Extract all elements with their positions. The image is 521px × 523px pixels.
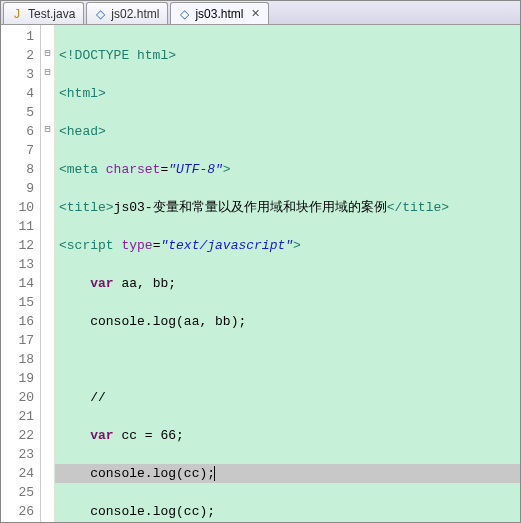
line-number: 24	[1, 464, 34, 483]
code-line: console.log(aa, bb);	[59, 312, 520, 331]
fold-toggle-icon[interactable]: ⊟	[41, 44, 54, 63]
line-number: 4	[1, 84, 34, 103]
fold-margin: ⊟ ⊟ ⊟	[41, 25, 55, 522]
code-line: var cc = 66;	[59, 426, 520, 445]
tab-test-java[interactable]: J Test.java	[3, 2, 84, 24]
code-editor[interactable]: 1 2 3 4 5 6 7 8 9 10 11 12 13 14 15 16 1…	[1, 25, 520, 522]
fold-toggle-icon[interactable]: ⊟	[41, 120, 54, 139]
line-number: 9	[1, 179, 34, 198]
line-number: 1	[1, 27, 34, 46]
code-line: <html>	[59, 84, 520, 103]
line-number: 6	[1, 122, 34, 141]
line-number: 20	[1, 388, 34, 407]
line-number: 16	[1, 312, 34, 331]
code-line: <!DOCTYPE html>	[59, 46, 520, 65]
java-file-icon: J	[10, 7, 24, 21]
line-number: 10	[1, 198, 34, 217]
line-number-gutter: 1 2 3 4 5 6 7 8 9 10 11 12 13 14 15 16 1…	[1, 25, 41, 522]
tab-bar: J Test.java ◇ js02.html ◇ js03.html ✕	[1, 1, 520, 25]
line-number: 5	[1, 103, 34, 122]
line-number: 22	[1, 426, 34, 445]
line-number: 19	[1, 369, 34, 388]
line-number: 18	[1, 350, 34, 369]
code-line: <meta charset="UTF-8">	[59, 160, 520, 179]
line-number: 13	[1, 255, 34, 274]
text-caret	[214, 466, 215, 481]
line-number: 2	[1, 46, 34, 65]
code-line: <title>js03-变量和常量以及作用域和块作用域的案例</title>	[59, 198, 520, 217]
code-line: console.log(cc);	[59, 502, 520, 521]
line-number: 11	[1, 217, 34, 236]
html-file-icon: ◇	[93, 7, 107, 21]
html-file-icon: ◇	[177, 7, 191, 21]
tab-label: Test.java	[28, 7, 75, 21]
line-number: 3	[1, 65, 34, 84]
code-line: //	[59, 388, 520, 407]
line-number: 12	[1, 236, 34, 255]
code-area[interactable]: <!DOCTYPE html> <html> <head> <meta char…	[55, 25, 520, 522]
close-icon[interactable]: ✕	[251, 7, 260, 20]
code-line: <script type="text/javascript">	[59, 236, 520, 255]
line-number: 7	[1, 141, 34, 160]
code-line: var aa, bb;	[59, 274, 520, 293]
line-number: 17	[1, 331, 34, 350]
line-number: 8	[1, 160, 34, 179]
code-line: <head>	[59, 122, 520, 141]
line-number: 23	[1, 445, 34, 464]
code-line	[59, 350, 520, 369]
line-number: 26	[1, 502, 34, 521]
code-line-current: console.log(cc);	[55, 464, 520, 483]
line-number: 25	[1, 483, 34, 502]
line-number: 15	[1, 293, 34, 312]
tab-js02-html[interactable]: ◇ js02.html	[86, 2, 168, 24]
line-number: 14	[1, 274, 34, 293]
line-number: 21	[1, 407, 34, 426]
tab-label: js02.html	[111, 7, 159, 21]
tab-js03-html[interactable]: ◇ js03.html ✕	[170, 2, 269, 24]
tab-label: js03.html	[195, 7, 243, 21]
fold-toggle-icon[interactable]: ⊟	[41, 63, 54, 82]
